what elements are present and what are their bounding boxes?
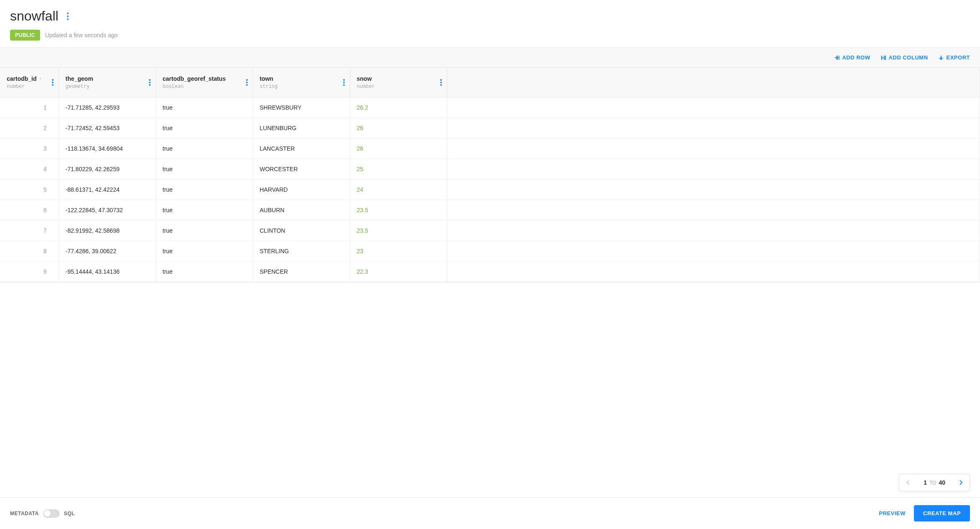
table-row[interactable]: 6-122.22845, 47.30732trueAUBURN23.5 (0, 200, 980, 221)
column-name: the_geom (66, 75, 93, 82)
cell-id[interactable]: 1 (0, 98, 59, 118)
column-header-row: cartodb_id ↑ number the_geom geometry ca… (0, 68, 980, 98)
cell-town[interactable]: LANCASTER (253, 139, 350, 159)
cell-snow[interactable]: 26 (350, 118, 447, 139)
cell-town[interactable]: CLINTON (253, 221, 350, 241)
cell-georef[interactable]: true (156, 98, 253, 118)
table-row[interactable]: 8-77.4286, 39.00622trueSTERLING23 (0, 241, 980, 262)
cell-empty (447, 200, 980, 221)
add-column-button[interactable]: ADD COLUMN (880, 54, 928, 61)
cell-empty (447, 221, 980, 241)
cell-empty (447, 98, 980, 118)
cell-geom[interactable]: -82.91992, 42.58698 (59, 221, 156, 241)
cell-geom[interactable]: -71.71285, 42.29593 (59, 98, 156, 118)
cell-town[interactable]: LUNENBURG (253, 118, 350, 139)
page-title: snowfall (10, 8, 59, 24)
column-menu-icon[interactable] (343, 79, 345, 86)
column-type: geometry (66, 84, 149, 90)
cell-geom[interactable]: -95.14444, 43.14136 (59, 262, 156, 282)
table-row[interactable]: 9-95.14444, 43.14136trueSPENCER22.3 (0, 262, 980, 282)
table-row[interactable]: 3-118.13674, 34.69804trueLANCASTER26 (0, 139, 980, 159)
cell-georef[interactable]: true (156, 159, 253, 180)
cell-snow[interactable]: 26.2 (350, 98, 447, 118)
updated-text: Updated a few seconds ago (45, 32, 118, 39)
table-row[interactable]: 5-88.61371, 42.42224trueHARVARD24 (0, 180, 980, 200)
column-name: town (260, 75, 274, 82)
cell-snow[interactable]: 22.3 (350, 262, 447, 282)
add-row-button[interactable]: ADD ROW (834, 54, 870, 61)
cell-snow[interactable]: 26 (350, 139, 447, 159)
cell-georef[interactable]: true (156, 200, 253, 221)
cell-id[interactable]: 3 (0, 139, 59, 159)
cell-town[interactable]: WORCESTER (253, 159, 350, 180)
cell-georef[interactable]: true (156, 221, 253, 241)
column-header-the-geom[interactable]: the_geom geometry (59, 68, 156, 98)
column-header-cartodb-id[interactable]: cartodb_id ↑ number (0, 68, 59, 98)
table-toolbar: ADD ROW ADD COLUMN EXPORT (0, 47, 980, 68)
cell-snow[interactable]: 25 (350, 159, 447, 180)
cell-empty (447, 180, 980, 200)
cell-geom[interactable]: -77.4286, 39.00622 (59, 241, 156, 262)
cell-empty (447, 262, 980, 282)
cell-snow[interactable]: 23.5 (350, 221, 447, 241)
cell-snow[interactable]: 24 (350, 180, 447, 200)
column-header-snow[interactable]: snow number (350, 68, 447, 98)
add-column-icon (880, 55, 886, 61)
cell-snow[interactable]: 23 (350, 241, 447, 262)
export-icon (938, 55, 944, 61)
cell-town[interactable]: STERLING (253, 241, 350, 262)
add-row-label: ADD ROW (842, 54, 870, 61)
column-header-town[interactable]: town string (253, 68, 350, 98)
column-header-empty (447, 68, 980, 98)
table-row[interactable]: 2-71.72452, 42.59453trueLUNENBURG26 (0, 118, 980, 139)
cell-georef[interactable]: true (156, 180, 253, 200)
export-button[interactable]: EXPORT (938, 54, 970, 61)
cell-geom[interactable]: -122.22845, 47.30732 (59, 200, 156, 221)
cell-id[interactable]: 8 (0, 241, 59, 262)
cell-id[interactable]: 2 (0, 118, 59, 139)
cell-empty (447, 241, 980, 262)
header: snowfall PUBLIC Updated a few seconds ag… (0, 0, 980, 47)
cell-id[interactable]: 4 (0, 159, 59, 180)
cell-town[interactable]: AUBURN (253, 200, 350, 221)
column-name: cartodb_georef_status (163, 75, 226, 82)
column-name: cartodb_id (7, 75, 37, 82)
table-row[interactable]: 4-71.80229, 42.26259trueWORCESTER25 (0, 159, 980, 180)
table-row[interactable]: 1-71.71285, 42.29593trueSHREWSBURY26.2 (0, 98, 980, 118)
svg-rect-1 (884, 56, 885, 60)
cell-id[interactable]: 7 (0, 221, 59, 241)
cell-georef[interactable]: true (156, 262, 253, 282)
data-table: cartodb_id ↑ number the_geom geometry ca… (0, 68, 980, 282)
data-table-wrap: cartodb_id ↑ number the_geom geometry ca… (0, 68, 980, 282)
column-menu-icon[interactable] (440, 79, 442, 86)
cell-town[interactable]: SPENCER (253, 262, 350, 282)
cell-geom[interactable]: -71.80229, 42.26259 (59, 159, 156, 180)
column-menu-icon[interactable] (149, 79, 151, 86)
cell-geom[interactable]: -88.61371, 42.42224 (59, 180, 156, 200)
export-label: EXPORT (947, 54, 970, 61)
cell-georef[interactable]: true (156, 118, 253, 139)
add-row-icon (834, 55, 840, 61)
add-column-label: ADD COLUMN (889, 54, 928, 61)
column-menu-icon[interactable] (52, 79, 54, 86)
column-header-georef-status[interactable]: cartodb_georef_status boolean (156, 68, 253, 98)
cell-id[interactable]: 6 (0, 200, 59, 221)
cell-georef[interactable]: true (156, 139, 253, 159)
cell-georef[interactable]: true (156, 241, 253, 262)
cell-id[interactable]: 5 (0, 180, 59, 200)
column-type: string (260, 84, 343, 90)
cell-geom[interactable]: -118.13674, 34.69804 (59, 139, 156, 159)
column-type: number (357, 84, 440, 90)
cell-town[interactable]: HARVARD (253, 180, 350, 200)
column-menu-icon[interactable] (246, 79, 248, 86)
cell-geom[interactable]: -71.72452, 42.59453 (59, 118, 156, 139)
cell-id[interactable]: 9 (0, 262, 59, 282)
table-row[interactable]: 7-82.91992, 42.58698trueCLINTON23.5 (0, 221, 980, 241)
cell-town[interactable]: SHREWSBURY (253, 98, 350, 118)
column-name: snow (357, 75, 372, 82)
cell-empty (447, 118, 980, 139)
cell-empty (447, 159, 980, 180)
visibility-badge[interactable]: PUBLIC (10, 30, 40, 41)
more-vert-icon[interactable] (67, 13, 69, 20)
cell-snow[interactable]: 23.5 (350, 200, 447, 221)
